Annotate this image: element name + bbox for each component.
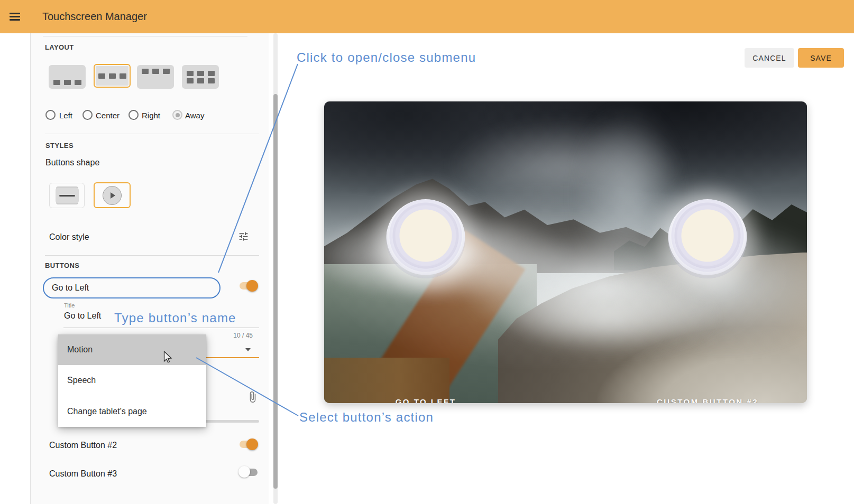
radio-align-away-label: Away <box>185 111 204 120</box>
annotation-type-button-name: Type button’s name <box>114 311 236 325</box>
radio-align-right-label: Right <box>142 111 160 120</box>
title-field-value[interactable]: Go to Left <box>64 311 101 321</box>
color-style-settings-button[interactable] <box>238 231 249 244</box>
toggle-go-to-left-knob[interactable] <box>246 280 258 292</box>
app-bar: Touchscreen Manager <box>0 0 854 33</box>
shape-option-pill[interactable] <box>49 183 85 208</box>
action-dropdown-menu: Motion Speech Change tablet's page <box>58 334 206 427</box>
panel-top-divider <box>43 36 247 36</box>
toggle-custom-3-knob[interactable] <box>238 466 250 478</box>
buttons-section-header: BUTTONS <box>45 262 79 269</box>
app-title: Touchscreen Manager <box>42 0 147 33</box>
button-row-label: Go to Left <box>52 283 89 293</box>
layout-option-buttons-top[interactable] <box>137 65 174 89</box>
preview-button-custom-2[interactable] <box>668 199 747 278</box>
button-row-custom-2-label[interactable]: Custom Button #2 <box>49 441 117 450</box>
layout-option-buttons-bottom[interactable] <box>49 65 86 89</box>
styles-section-header: STYLES <box>45 142 74 150</box>
tune-icon <box>238 231 249 242</box>
action-select-dropdown-arrow-icon[interactable] <box>245 348 251 351</box>
touchscreen-manager-app: Touchscreen Manager <box>0 0 854 504</box>
attach-file-button[interactable] <box>246 391 259 405</box>
attach-icon <box>246 391 259 403</box>
hamburger-menu-icon[interactable] <box>10 13 20 21</box>
save-button[interactable]: SAVE <box>798 48 844 68</box>
preview-button-go-to-left-label: GO TO LEFT <box>396 397 456 403</box>
layout-option-buttons-middle-selected[interactable] <box>94 64 131 88</box>
radio-align-center-label: Center <box>96 111 120 120</box>
dropdown-option-speech[interactable]: Speech <box>58 365 206 396</box>
preview-button-custom-2-label: CUSTOM BUTTON #2 <box>657 397 758 403</box>
touchscreen-preview: GO TO LEFT CUSTOM BUTTON #2 <box>324 101 807 403</box>
color-style-label: Color style <box>49 232 89 242</box>
shape-option-circle-selected[interactable] <box>94 182 131 208</box>
buttons-shape-label: Buttons shape <box>45 158 99 167</box>
title-field-underline <box>63 328 259 328</box>
layout-option-buttons-grid[interactable] <box>182 65 219 89</box>
section-divider <box>45 255 259 256</box>
panel-scrollbar-thumb[interactable] <box>273 94 278 489</box>
annotation-open-close-submenu: Click to open/close submenu <box>297 50 476 65</box>
dropdown-option-motion-hovered[interactable]: Motion <box>58 334 206 365</box>
radio-align-left-label: Left <box>59 111 72 120</box>
layout-section-header: LAYOUT <box>45 43 74 51</box>
title-field-label: Title <box>64 302 75 309</box>
radio-align-center[interactable] <box>82 110 93 120</box>
nav-rail <box>0 33 31 504</box>
radio-align-left[interactable] <box>45 110 56 120</box>
cancel-button[interactable]: CANCEL <box>745 48 794 68</box>
dropdown-option-change-page[interactable]: Change tablet's page <box>58 396 206 427</box>
radio-align-away-selected[interactable] <box>172 110 182 120</box>
toggle-custom-2-knob[interactable] <box>246 438 258 450</box>
section-divider <box>45 134 259 134</box>
button-row-go-to-left-highlighted[interactable]: Go to Left <box>43 277 221 298</box>
radio-align-right[interactable] <box>128 110 139 120</box>
preview-button-go-to-left[interactable] <box>386 199 465 278</box>
annotation-select-button-action: Select button’s action <box>299 410 434 425</box>
play-circle-icon <box>103 186 122 205</box>
button-row-custom-3-label[interactable]: Custom Button #3 <box>49 469 117 479</box>
pill-shape-icon <box>56 188 79 203</box>
